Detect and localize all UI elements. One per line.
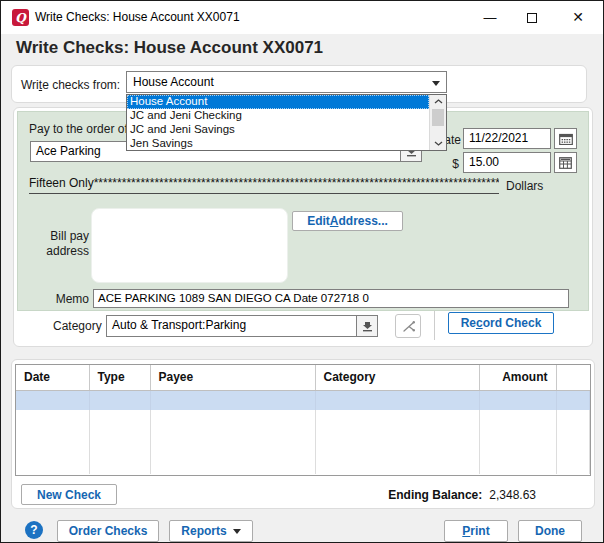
register-table: Date Type Payee Category Amount: [15, 364, 591, 476]
category-field-group: Auto & Transport:Parking: [106, 315, 378, 337]
page-title: Write Checks: House Account XX0071: [16, 38, 323, 58]
calendar-button[interactable]: [554, 128, 577, 149]
label-part: ord Check: [483, 316, 542, 330]
done-button[interactable]: Done: [518, 520, 582, 542]
column-header-amount[interactable]: Amount: [479, 365, 556, 390]
label-part: Edit: [307, 214, 330, 228]
scrollbar-thumb[interactable]: [432, 109, 444, 126]
pay-to-label: Pay to the order of: [29, 122, 128, 136]
caret-down-icon: [233, 529, 241, 534]
date-input[interactable]: 11/22/2021: [463, 128, 551, 149]
column-header-extra: [556, 365, 590, 390]
register-empty-area[interactable]: [16, 410, 590, 474]
calendar-icon: [559, 133, 573, 145]
quicken-logo-icon: Q: [12, 9, 29, 26]
pick-from-list-icon: [362, 321, 373, 332]
label-part: rint: [470, 524, 489, 538]
table-header-row: Date Type Payee Category Amount: [16, 365, 590, 390]
calculator-button[interactable]: [554, 152, 577, 173]
bill-pay-address-label: Bill pay address: [29, 229, 89, 259]
heading-band: Write Checks: House Account XX0071: [1, 34, 603, 64]
account-combobox[interactable]: House Account: [126, 71, 447, 93]
maximize-button[interactable]: [512, 1, 552, 34]
title-bar[interactable]: Q Write Checks: House Account XX0071 — ✕: [1, 1, 603, 34]
label-part: Re: [461, 316, 476, 330]
window-title: Write Checks: House Account XX0071: [35, 1, 240, 34]
close-button[interactable]: ✕: [558, 1, 598, 34]
calculator-icon: [559, 157, 572, 169]
reports-label: Reports: [181, 524, 226, 538]
currency-symbol-label: $: [437, 157, 459, 171]
label-mnemonic: A: [330, 214, 339, 228]
account-dropdown-items: House Account JC and Jeni Checking JC an…: [127, 95, 429, 150]
dropdown-option-house-account[interactable]: House Account: [127, 95, 429, 109]
category-input[interactable]: Auto & Transport:Parking: [107, 316, 356, 336]
split-icon: [401, 319, 416, 334]
order-checks-button[interactable]: Order Checks: [57, 520, 159, 542]
divider: [434, 311, 435, 340]
label-part: ddress...: [338, 214, 387, 228]
column-header-type[interactable]: Type: [89, 365, 150, 390]
dollars-label: Dollars: [506, 179, 543, 193]
memo-label: Memo: [41, 292, 89, 306]
label-mnemonic: P: [462, 524, 470, 538]
reports-button[interactable]: Reports: [169, 520, 253, 542]
account-combobox-value: House Account: [133, 75, 214, 89]
scroll-down-icon[interactable]: [430, 137, 446, 150]
bill-pay-label-line2: address: [29, 244, 89, 259]
bill-pay-address-box[interactable]: [91, 208, 288, 283]
write-checks-from-label: Write checks from:: [21, 78, 120, 92]
label-part: e checks from:: [42, 78, 120, 92]
category-picker-button[interactable]: [356, 316, 377, 336]
chevron-down-icon: [432, 81, 440, 86]
edit-address-button[interactable]: Edit Address...: [292, 211, 403, 231]
written-amount-line: Fifteen Only****************************…: [29, 176, 499, 194]
memo-input[interactable]: ACE PARKING 1089 SAN DIEGO CA Date 07271…: [93, 289, 569, 308]
column-header-payee[interactable]: Payee: [150, 365, 315, 390]
column-header-category[interactable]: Category: [315, 365, 479, 390]
scroll-up-icon[interactable]: [430, 95, 446, 108]
selected-empty-row[interactable]: [16, 390, 590, 410]
column-header-date[interactable]: Date: [16, 365, 89, 390]
dropdown-option-jen-savings[interactable]: Jen Savings: [127, 137, 429, 150]
split-category-button[interactable]: [395, 314, 421, 338]
record-check-button[interactable]: Record Check: [448, 312, 554, 334]
label-mnemonic: c: [476, 316, 483, 330]
category-label: Category: [53, 319, 102, 333]
account-dropdown-list: House Account JC and Jeni Checking JC an…: [126, 94, 447, 151]
dropdown-scrollbar[interactable]: [429, 95, 446, 150]
maximize-icon: [527, 13, 537, 23]
write-checks-dialog: Q Write Checks: House Account XX0071 — ✕…: [1, 1, 603, 542]
label-part: Wri: [21, 78, 39, 92]
bill-pay-label-line1: Bill pay: [29, 229, 89, 244]
dropdown-option-jc-and-jeni-savings[interactable]: JC and Jeni Savings: [127, 123, 429, 137]
amount-input[interactable]: 15.00: [463, 152, 551, 173]
help-button[interactable]: ?: [25, 521, 43, 539]
ending-balance: Ending Balance: 2,348.63: [388, 488, 536, 502]
new-check-button[interactable]: New Check: [21, 484, 117, 505]
print-button[interactable]: Print: [444, 520, 508, 542]
dropdown-option-jc-and-jeni-checking[interactable]: JC and Jeni Checking: [127, 109, 429, 123]
ending-balance-value: 2,348.63: [489, 488, 536, 502]
minimize-button[interactable]: —: [470, 1, 510, 34]
ending-balance-label: Ending Balance:: [388, 488, 482, 502]
